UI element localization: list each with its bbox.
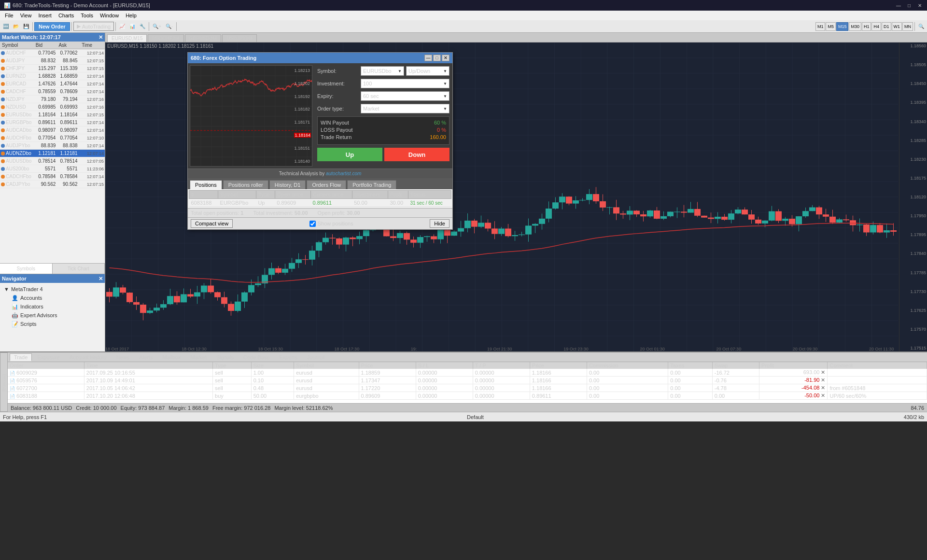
market-watch-row[interactable]: AUDCHF 0.77045 0.77062 12:07:14 — [0, 49, 105, 57]
tf-h4[interactable]: H4 — [871, 22, 881, 31]
tab-account-history[interactable]: Account History — [65, 353, 111, 361]
save-button[interactable]: 💾 — [21, 21, 31, 32]
search-button[interactable]: 🔍 — [916, 21, 926, 32]
market-watch-row[interactable]: NZDJPY 79.180 79.194 12:07:16 — [0, 96, 105, 103]
mw-close-icon[interactable]: ✕ — [98, 34, 103, 41]
market-watch-row[interactable]: EURUSDbo 1.18164 1.18164 12:07:15 — [0, 111, 105, 119]
tab-trade[interactable]: Trade — [10, 353, 32, 361]
chart-btn-1[interactable]: 📈 — [117, 21, 127, 32]
close-icon[interactable]: ✕ — [821, 385, 825, 391]
up-button[interactable]: Up — [317, 148, 382, 161]
tab-codebase[interactable]: Code Base — [239, 353, 274, 361]
chart-tab-usdjpy[interactable]: USDJPY,H4 — [222, 34, 257, 42]
market-watch-row[interactable]: AUDJPY 88.832 88.845 12:07:15 — [0, 57, 105, 65]
chart-btn-3[interactable]: 🔧 — [138, 21, 147, 32]
market-watch-row[interactable]: EURGBPbo 0.89611 0.89611 12:07:14 — [0, 119, 105, 126]
market-watch-row[interactable]: AUDUSDbo 0.78514 0.78514 12:07:05 — [0, 157, 105, 165]
side-terminal-tab[interactable]: Terminal — [0, 352, 8, 412]
market-watch-row[interactable]: CADJPYbo 90.562 90.562 12:07:15 — [0, 181, 105, 188]
pos-tab-roller[interactable]: Positions roller — [223, 180, 268, 189]
close-icon[interactable]: ✕ — [821, 392, 825, 398]
chart-tab-eurusd[interactable]: EURUSD,M15 — [107, 34, 147, 42]
market-watch-row[interactable]: AUDJPYbo 88.839 88.838 12:07:14 — [0, 142, 105, 150]
nav-close-icon[interactable]: ✕ — [98, 276, 103, 282]
zoom-in-button[interactable]: 🔍+ — [151, 21, 163, 32]
direction-dropdown[interactable]: Up/Down ▼ — [406, 66, 449, 76]
menu-tools[interactable]: Tools — [78, 12, 96, 19]
pos-tab-orders[interactable]: Orders Flow — [307, 180, 346, 189]
forex-dialog-minimize[interactable]: — — [424, 55, 432, 61]
symbol-dropdown[interactable]: EURUSDbo ▼ — [361, 66, 404, 76]
menu-window[interactable]: Window — [97, 12, 122, 19]
market-watch-row[interactable]: AUDNZDbo 1.12181 1.12181 12:07:14 — [0, 150, 105, 157]
tf-d1[interactable]: D1 — [882, 22, 891, 31]
forex-chart-canvas — [190, 66, 312, 167]
auto-trading-button[interactable]: ▶ AutoTrading — [73, 22, 114, 31]
market-watch-row[interactable]: AUDCADbo 0.98097 0.98097 12:07:14 — [0, 126, 105, 134]
expiry-dropdown[interactable]: 60 sec ▼ — [361, 91, 449, 101]
nav-indicators[interactable]: 📊 Indicators — [2, 302, 103, 311]
forex-dialog-close[interactable]: ✕ — [442, 55, 449, 61]
tab-market[interactable]: Market — [186, 353, 211, 361]
tab-signals[interactable]: Signals — [212, 353, 238, 361]
tf-m15[interactable]: M15 — [836, 22, 849, 31]
nav-metatrader[interactable]: ▼ MetaTrader 4 — [2, 285, 103, 294]
market-watch-row[interactable]: AUS200bo 5571 5571 11:23:06 — [0, 165, 105, 173]
pos-tab-portfolio[interactable]: Portfolio Trading — [347, 180, 396, 189]
chart-area[interactable]: EURUSD,M15 USDCHF,H4 GBPUSD,H4 USDJPY,H4… — [105, 33, 927, 351]
tf-m30[interactable]: M30 — [849, 22, 861, 31]
nav-experts[interactable]: 🤖 Expert Advisors — [2, 311, 103, 320]
forex-dialog-maximize[interactable]: □ — [433, 55, 441, 61]
menu-insert[interactable]: Insert — [35, 12, 55, 19]
new-order-button[interactable]: New Order — [34, 22, 70, 31]
pos-tab-positions[interactable]: Positions — [190, 180, 222, 189]
nav-accounts[interactable]: 👤 Accounts — [2, 294, 103, 302]
price-label-15: 1.17570 — [900, 327, 926, 332]
market-watch-row[interactable]: NZDUSD 0.69985 0.69993 12:07:16 — [0, 103, 105, 111]
mw-tab-symbols[interactable]: Symbols — [0, 264, 53, 274]
menu-view[interactable]: View — [17, 12, 35, 19]
market-watch-row[interactable]: AUDCHFbo 0.77054 0.77054 12:07:10 — [0, 134, 105, 142]
new-button[interactable]: 🆕 — [1, 21, 11, 32]
tf-m5[interactable]: M5 — [826, 22, 836, 31]
tf-m1[interactable]: M1 — [815, 22, 826, 31]
open-button[interactable]: 📂 — [11, 21, 21, 32]
mw-ask-value: 115.339 — [56, 66, 77, 71]
market-watch-row[interactable]: CADCHF 0.78559 0.78609 12:07:14 — [0, 88, 105, 96]
tab-exposure[interactable]: Exposure — [33, 353, 64, 361]
tab-journal[interactable]: Journal — [303, 353, 329, 361]
pos-tab-history[interactable]: History, D1 — [269, 180, 306, 189]
ordertype-dropdown[interactable]: Market ▼ — [361, 104, 449, 113]
mw-tab-tickchart[interactable]: Tick Chart — [53, 264, 105, 274]
chart-tab-gbpusd[interactable]: GBPUSD,H4 — [185, 34, 222, 42]
tf-mn[interactable]: MN — [902, 22, 913, 31]
tf-w1[interactable]: W1 — [892, 22, 902, 31]
tf-h1[interactable]: H1 — [862, 22, 871, 31]
close-icon[interactable]: ✕ — [821, 377, 825, 383]
close-button[interactable]: ✕ — [916, 2, 923, 9]
down-button[interactable]: Down — [384, 148, 449, 161]
close-icon[interactable]: ✕ — [821, 369, 825, 375]
tab-alerts[interactable]: Alerts — [135, 353, 157, 361]
forex-dialog-titlebar[interactable]: 680: Forex Option Trading — □ ✕ — [188, 53, 452, 63]
investment-dropdown[interactable]: 100 ▼ — [361, 79, 449, 88]
zoom-out-button[interactable]: 🔍- — [164, 21, 175, 32]
menu-help[interactable]: Help — [123, 12, 140, 19]
show-positions-checkbox[interactable] — [309, 221, 316, 227]
minimize-button[interactable]: — — [895, 2, 902, 9]
market-watch-row[interactable]: CHFJPY 115.297 115.339 12:07:15 — [0, 65, 105, 72]
menu-charts[interactable]: Charts — [56, 12, 77, 19]
hide-button[interactable]: Hide — [430, 219, 449, 228]
maximize-button[interactable]: □ — [906, 2, 913, 9]
market-watch-row[interactable]: EURCAD 1.47626 1.47644 12:07:14 — [0, 80, 105, 88]
tab-experts[interactable]: Experts — [275, 353, 302, 361]
chart-tab-usdchf[interactable]: USDCHF,H4 — [148, 34, 183, 42]
tab-mailbox[interactable]: Mailbox — [158, 353, 185, 361]
market-watch-row[interactable]: CADCHFbo 0.78584 0.78584 12:07:14 — [0, 173, 105, 181]
market-watch-row[interactable]: EURNZD 1.68828 1.68859 12:07:14 — [0, 72, 105, 80]
compact-view-button[interactable]: Compact view — [191, 219, 233, 228]
menu-file[interactable]: File — [2, 12, 16, 19]
tab-news[interactable]: News — [112, 353, 134, 361]
nav-scripts[interactable]: 📝 Scripts — [2, 320, 103, 328]
chart-btn-2[interactable]: 📊 — [127, 21, 137, 32]
